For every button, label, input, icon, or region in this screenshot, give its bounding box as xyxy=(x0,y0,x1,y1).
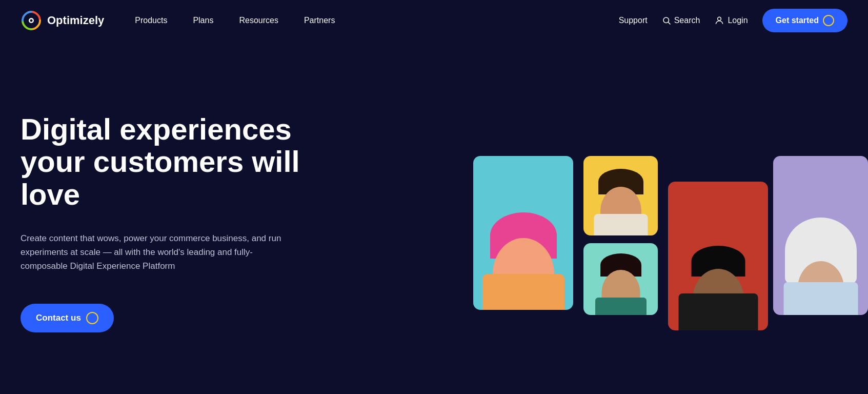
navbar: Optimizely Products Plans Resources Part… xyxy=(0,0,868,41)
contact-us-button[interactable]: Contact us xyxy=(21,304,114,332)
search-icon xyxy=(662,16,671,25)
nav-links: Products Plans Resources Partners xyxy=(135,16,618,25)
svg-line-4 xyxy=(668,22,670,24)
user-icon xyxy=(714,15,724,26)
photo-collage xyxy=(432,115,842,394)
logo-link[interactable]: Optimizely xyxy=(21,10,104,31)
hero-title: Digital experiences your customers will … xyxy=(21,113,328,211)
login-label: Login xyxy=(728,16,748,25)
svg-point-2 xyxy=(30,19,33,22)
contact-us-label: Contact us xyxy=(36,313,81,323)
support-link[interactable]: Support xyxy=(619,16,648,25)
logo-text: Optimizely xyxy=(47,14,104,27)
hero-content: Digital experiences your customers will … xyxy=(21,113,328,333)
photo-laughing xyxy=(583,156,658,235)
svg-point-3 xyxy=(663,17,669,23)
photo-teal-small xyxy=(583,243,658,315)
pink-hair-body-shape xyxy=(482,274,564,310)
hijab-body-shape xyxy=(783,282,858,315)
hero-subtitle: Create content that wows, power your com… xyxy=(21,231,287,273)
nav-link-products[interactable]: Products xyxy=(135,16,167,25)
search-label: Search xyxy=(674,16,700,25)
nav-right: Support Search Login Get started xyxy=(619,9,847,32)
login-button[interactable]: Login xyxy=(714,15,748,26)
optimizely-logo-icon xyxy=(21,10,42,31)
nav-link-resources[interactable]: Resources xyxy=(239,16,278,25)
man-body-shape xyxy=(678,293,758,330)
teal-body-shape xyxy=(595,298,647,315)
svg-point-5 xyxy=(718,17,721,21)
get-started-button[interactable]: Get started xyxy=(762,9,847,32)
get-started-label: Get started xyxy=(776,16,819,25)
photo-hijab xyxy=(773,156,868,315)
hero-section: Digital experiences your customers will … xyxy=(0,41,868,394)
nav-link-partners[interactable]: Partners xyxy=(304,16,335,25)
photo-pink-hair xyxy=(473,156,573,310)
search-button[interactable]: Search xyxy=(662,16,700,25)
laughing-body-shape xyxy=(594,214,648,235)
nav-link-plans[interactable]: Plans xyxy=(193,16,213,25)
hero-images xyxy=(407,82,868,394)
photo-man-red xyxy=(668,182,768,330)
